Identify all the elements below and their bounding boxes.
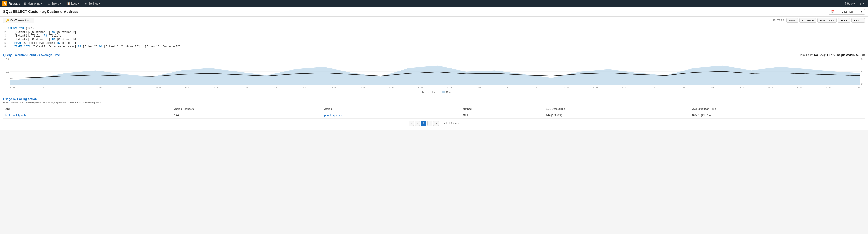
chart-svg-area [10, 58, 860, 85]
nav-monitoring[interactable]: 🖥 Monitoring ▾ [22, 0, 44, 7]
chart-svg [10, 58, 860, 85]
cell-action-requests: 144 [172, 112, 322, 119]
time-selector[interactable]: 📅 Last Hour ▾ [829, 9, 865, 14]
logs-icon: 📋 [67, 2, 70, 5]
sql-table: 1 SELECT TOP (100) 2 [Extent1].[Customer… [3, 27, 182, 49]
cell-sql-executions: 144 (100.0%) [544, 112, 690, 119]
nav-left: R Retrace 🖥 Monitoring ▾ ⚠ Errors ▾ 📋 Lo… [2, 0, 102, 7]
col-app: App [3, 106, 172, 112]
y-axis-right: 8 4 0 [860, 58, 865, 85]
next-page-button[interactable]: › [427, 121, 432, 126]
sub-header-left: SQL: SELECT Customer, CustomerAddress [3, 10, 79, 14]
chevron-down-icon: ▾ [99, 2, 100, 5]
usage-title: Usage by Calling Action [3, 97, 865, 101]
rpm-value: 2.48 [860, 54, 865, 57]
sql-code-block: 1 SELECT TOP (100) 2 [Extent1].[Customer… [0, 25, 868, 51]
last-page-button[interactable]: » [433, 121, 439, 126]
legend-count: Count [442, 91, 453, 93]
key-icon: 🔑 [6, 19, 9, 22]
window-button[interactable]: ⊞ ▾ [858, 0, 866, 7]
col-avg-execution-time: Avg Execution Time [690, 106, 865, 112]
total-calls-value: 144 [814, 54, 818, 57]
legend-avg-label: Average Time [422, 91, 437, 93]
chevron-down-icon: ▾ [60, 2, 61, 5]
prev-page-button[interactable]: ‹ [415, 121, 420, 126]
page-title: SQL: SELECT Customer, CustomerAddress [3, 10, 79, 14]
legend-count-label: Count [446, 91, 453, 93]
nav-logs[interactable]: 📋 Logs ▾ [65, 0, 81, 7]
sql-line-4: 4 [Extent2].[CustomerID] AS [CustomerID1… [3, 38, 182, 41]
errors-icon: ⚠ [48, 2, 51, 5]
time-selector-label: Last Hour [842, 10, 854, 13]
first-page-button[interactable]: « [408, 121, 414, 126]
usage-description: Breakdown of which web requests call thi… [3, 101, 865, 104]
environment-filter-button[interactable]: Environment [817, 18, 837, 23]
chevron-down-icon: ▾ [41, 2, 42, 5]
filters-bar: FILTERS: Reset App Name Environment Serv… [773, 18, 865, 23]
nav-monitoring-label: Monitoring [27, 2, 40, 5]
page-info: 1 - 1 of 1 items [442, 122, 460, 125]
sub-header-right: 📅 Last Hour ▾ [829, 9, 865, 14]
server-filter-button[interactable]: Server [838, 18, 850, 23]
avg-value: 0.076s [827, 54, 835, 57]
chart-stats: Total Calls: 144 Avg: 0.076s Requests/Mi… [800, 54, 865, 57]
x-axis-labels: 11:58 12:00 12:02 12:04 12:06 12:08 12:1… [10, 85, 860, 90]
rpm-label: Requests/Minute [837, 54, 859, 57]
reset-filter-button[interactable]: Reset [786, 18, 798, 23]
nav-logs-label: Logs [71, 2, 77, 5]
chevron-down-icon: ▾ [30, 19, 32, 22]
table-body: hellostackify.web ~ 144 people.queries G… [3, 112, 865, 119]
app-link[interactable]: hellostackify.web ~ [5, 114, 28, 117]
nav-settings-label: Settings [88, 2, 98, 5]
sub-header: SQL: SELECT Customer, CustomerAddress 📅 … [0, 7, 868, 17]
logo-icon: R [2, 1, 7, 6]
key-transaction-label: Key Transaction [10, 19, 29, 22]
nav-errors[interactable]: ⚠ Errors ▾ [46, 0, 63, 7]
chart-container: 0.4 0.2 0 8 4 0 [3, 58, 865, 90]
chart-legend: Average Time Count [3, 91, 865, 93]
usage-section: Usage by Calling Action Breakdown of whi… [0, 95, 868, 130]
logo[interactable]: R Retrace [2, 1, 20, 6]
sql-line-6: 6 INNER JOIN [SalesLT].[CustomerAddress]… [3, 45, 182, 49]
chevron-down-icon: ▾ [861, 10, 862, 13]
help-button[interactable]: ? Help ▾ [843, 0, 857, 7]
page-1-button[interactable]: 1 [421, 121, 426, 126]
appname-filter-button[interactable]: App Name [799, 18, 816, 23]
logo-text: Retrace [9, 2, 20, 5]
legend-line-icon [415, 92, 420, 92]
chevron-down-icon: ▾ [78, 2, 79, 5]
action-link[interactable]: people.queries [324, 114, 342, 117]
col-action: Action [322, 106, 461, 112]
count-area [10, 65, 860, 85]
key-transaction-button[interactable]: 🔑 Key Transaction ▾ [3, 18, 34, 23]
cell-app: hellostackify.web ~ [3, 112, 172, 119]
chart-section: Query Execution Count vs Average Time To… [0, 51, 868, 95]
table-header: App Action Requests Action Method SQL Ex… [3, 106, 865, 112]
monitor-icon: 🖥 [24, 2, 27, 5]
y-axis-left: 0.4 0.2 0 [3, 58, 10, 85]
sql-line-1: 1 SELECT TOP (100) [3, 27, 182, 30]
calendar-icon: 📅 [831, 10, 834, 13]
help-icon: ? [845, 2, 846, 5]
chart-title: Query Execution Count vs Average Time [3, 53, 60, 57]
total-calls-label: Total Calls: [800, 54, 813, 57]
legend-box-icon [442, 91, 445, 93]
cell-action: people.queries [322, 112, 461, 119]
filters-label: FILTERS: [773, 19, 785, 22]
col-sql-executions: SQL Executions [544, 106, 690, 112]
chart-header: Query Execution Count vs Average Time To… [3, 53, 865, 57]
col-method: Method [461, 106, 544, 112]
settings-icon: ⚙ [85, 2, 88, 5]
sql-line-2: 2 [Extent1].[CustomerID] AS [CustomerID]… [3, 30, 182, 34]
legend-avg-time: Average Time [415, 91, 437, 93]
sql-line-5: 5 FROM [SalesLT].[Customer] AS [Extent1] [3, 41, 182, 45]
cell-avg-execution-time: 0.076s (21.5%) [690, 112, 865, 119]
cell-method: GET [461, 112, 544, 119]
version-filter-button[interactable]: Version [851, 18, 865, 23]
avg-label: Avg: [820, 54, 826, 57]
nav-settings[interactable]: ⚙ Settings ▾ [83, 0, 102, 7]
pagination: « ‹ 1 › » 1 - 1 of 1 items [3, 119, 865, 128]
nav-right: ? Help ▾ ⊞ ▾ [843, 0, 866, 7]
toolbar-bar: 🔑 Key Transaction ▾ FILTERS: Reset App N… [0, 17, 868, 25]
col-action-requests: Action Requests [172, 106, 322, 112]
